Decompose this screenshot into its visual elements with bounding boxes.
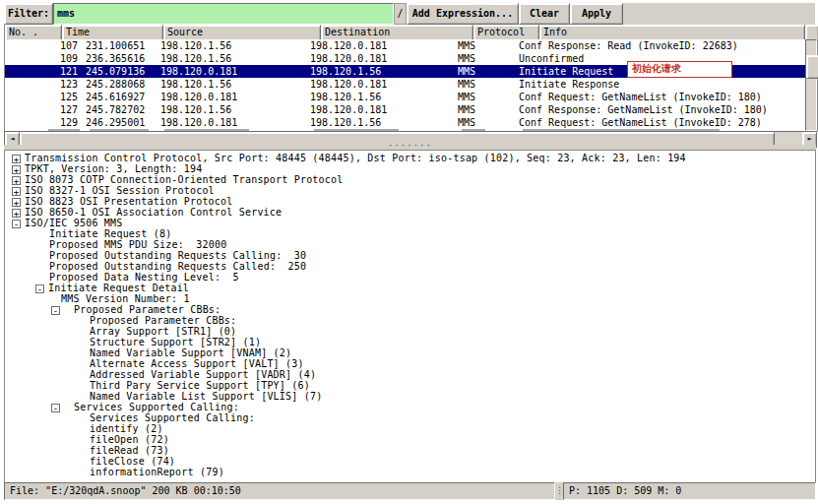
collapse-icon[interactable]: - <box>35 284 44 293</box>
packet-row[interactable]: 127245.782702198.120.1.56198.120.0.181MM… <box>5 103 805 116</box>
cell-src: 198.120.0.181 <box>160 65 310 78</box>
clear-button[interactable]: Clear <box>519 3 570 25</box>
detail-line-text: ISO/IEC 9506 MMS <box>25 218 123 228</box>
detail-tree-line[interactable]: Named Variable List Support [VLIS] (7) <box>5 391 815 402</box>
detail-line-text: informationReport (79) <box>90 467 224 477</box>
collapse-icon[interactable]: - <box>51 404 60 412</box>
detail-tree-line[interactable]: Addressed Variable Support [VADR] (4) <box>5 369 815 380</box>
detail-tree-line[interactable]: informationReport (79) <box>5 467 815 477</box>
collapse-icon[interactable]: - <box>12 220 21 228</box>
cell-proto: MMS <box>458 39 519 52</box>
detail-line-text: MMS Version Number: 1 <box>61 293 190 304</box>
packet-list-vertical-scrollbar[interactable] <box>805 39 817 131</box>
expand-icon[interactable]: + <box>12 187 21 196</box>
detail-line-text: Addressed Variable Support [VADR] (4) <box>90 369 316 380</box>
detail-tree-line[interactable]: Services Supported Calling: <box>5 412 815 423</box>
detail-tree-line[interactable]: Proposed Outstanding Requests Called: 25… <box>5 261 815 272</box>
packet-row[interactable]: 123245.288068198.120.1.56198.120.0.181MM… <box>5 78 805 91</box>
detail-tree-line[interactable]: +ISO 8650-1 OSI Association Control Serv… <box>5 207 815 218</box>
packet-row[interactable]: 107231.100651198.120.1.56198.120.0.181MM… <box>5 39 805 52</box>
cell-info: Conf Request: GetNameList (InvokeID: 180… <box>519 91 805 103</box>
packet-row[interactable]: 129246.295001198.120.0.181198.120.1.56MM… <box>5 116 805 129</box>
packet-list-pane: No. . Time Source Destination Protocol I… <box>4 25 818 131</box>
cell-info: Conf Response: GetNameList (InvokeID: 18… <box>519 103 805 116</box>
detail-line-text: fileRead (73) <box>90 445 169 456</box>
detail-line-text: ISO 8823 OSI Presentation Protocol <box>25 196 233 207</box>
status-file-info: File: "E:/320qdA.snoop" 200 KB 00:10:50 <box>4 482 555 500</box>
filter-toolbar: Filter: mms / Add Expression... Clear Ap… <box>4 3 815 25</box>
filter-input[interactable]: mms <box>53 3 394 25</box>
collapse-icon[interactable]: - <box>51 306 60 315</box>
detail-tree-line[interactable]: -ISO/IEC 9506 MMS <box>5 218 815 228</box>
detail-tree-line[interactable]: Proposed Outstanding Requests Calling: 3… <box>5 250 815 261</box>
detail-tree-line[interactable]: fileClose (74) <box>5 456 815 467</box>
packet-analyzer-window: Filter: mms / Add Expression... Clear Ap… <box>0 0 818 504</box>
expand-icon[interactable]: + <box>12 209 21 218</box>
detail-line-text: ISO 8650-1 OSI Association Control Servi… <box>25 207 282 218</box>
detail-tree-line[interactable]: identify (2) <box>5 423 815 434</box>
detail-line-text: Initiate Request Detail <box>48 283 189 293</box>
statusbar-resize-grip[interactable]: ⋮ <box>555 482 563 500</box>
detail-tree-line[interactable]: -Services Supported Calling: <box>5 402 815 412</box>
detail-tree-line[interactable]: Proposed Parameter CBBs: <box>5 315 815 326</box>
expand-icon[interactable]: + <box>12 198 21 207</box>
cell-time: 236.365616 <box>78 52 160 65</box>
detail-tree-line[interactable]: fileRead (73) <box>5 445 815 456</box>
cell-time: 231.100651 <box>78 39 160 52</box>
cell-info: Conf Request: GetNameList (InvokeID: 278… <box>519 116 805 129</box>
detail-line-text: Services Supported Calling: <box>90 412 255 423</box>
expand-icon[interactable]: + <box>12 155 21 163</box>
cell-dst: 198.120.0.181 <box>310 52 458 65</box>
detail-line-text: Named Variable Support [VNAM] (2) <box>90 347 291 358</box>
vertical-scrollbar-thumb[interactable] <box>806 55 818 79</box>
detail-tree: +Transmission Control Protocol, Src Port… <box>5 153 815 477</box>
detail-tree-line[interactable]: +ISO 8073 COTP Connection-Oriented Trans… <box>5 174 815 185</box>
cell-dst: 198.120.1.56 <box>310 65 458 78</box>
cell-time: 245.288068 <box>78 78 160 91</box>
packet-list-header: No. . Time Source Destination Protocol I… <box>5 25 805 39</box>
detail-tree-line[interactable]: +Transmission Control Protocol, Src Port… <box>5 153 815 163</box>
cell-src: 198.120.1.56 <box>160 52 310 65</box>
packet-detail-pane: +Transmission Control Protocol, Src Port… <box>4 150 816 483</box>
cell-info: Initiate Response <box>519 78 805 91</box>
annotation-callout: 初始化请求 <box>627 61 732 78</box>
detail-tree-line[interactable]: -Initiate Request Detail <box>5 283 815 293</box>
detail-tree-line[interactable]: MMS Version Number: 1 <box>5 293 815 304</box>
filter-button[interactable]: Filter: <box>4 3 53 25</box>
horizontal-scrollbar-track[interactable] <box>775 132 802 146</box>
status-bar: File: "E:/320qdA.snoop" 200 KB 00:10:50 … <box>4 482 816 500</box>
status-packet-counts: P: 1105 D: 509 M: 0 <box>563 482 816 500</box>
detail-line-text: Named Variable List Support [VLIS] (7) <box>90 391 322 402</box>
detail-line-text: Proposed Outstanding Requests Called: 25… <box>49 261 306 272</box>
expand-icon[interactable]: + <box>12 176 21 185</box>
detail-line-text: Proposed Outstanding Requests Calling: 3… <box>49 250 306 261</box>
detail-line-text: Proposed Parameter CBBs: <box>74 304 220 315</box>
detail-line-text: fileClose (74) <box>90 456 175 467</box>
add-expression-button[interactable]: Add Expression... <box>407 3 519 25</box>
detail-tree-line[interactable]: Third Pary Service Support [TPY] (6) <box>5 380 815 391</box>
detail-line-text: identify (2) <box>90 423 163 434</box>
filter-combo-dropdown-icon[interactable]: / <box>394 3 407 25</box>
detail-tree-line[interactable]: fileOpen (72) <box>5 434 815 445</box>
detail-line-text: Proposed Parameter CBBs: <box>90 315 236 326</box>
cell-time: 245.616927 <box>78 91 160 103</box>
detail-line-text: fileOpen (72) <box>90 434 169 445</box>
detail-line-text: Alternate Access Support [VALT] (3) <box>90 358 304 369</box>
detail-tree-line[interactable]: Proposed MMS PDU Size: 32000 <box>5 239 815 250</box>
toolbar-filler <box>623 3 815 25</box>
detail-tree-line[interactable]: Proposed Data Nesting Level: 5 <box>5 272 815 283</box>
expand-icon[interactable]: + <box>12 165 21 174</box>
detail-tree-line[interactable]: +TPKT, Version: 3, Length: 194 <box>5 163 815 174</box>
detail-tree-line[interactable]: Initiate Request (8) <box>5 228 815 239</box>
detail-tree-line[interactable]: +ISO 8327-1 OSI Session Protocol <box>5 185 815 196</box>
cell-no: 125 <box>5 91 78 103</box>
detail-tree-line[interactable]: -Proposed Parameter CBBs: <box>5 304 815 315</box>
apply-button[interactable]: Apply <box>570 3 623 25</box>
packet-row[interactable]: 125245.616927198.120.0.181198.120.1.56MM… <box>5 91 805 103</box>
detail-tree-line[interactable]: +ISO 8823 OSI Presentation Protocol <box>5 196 815 207</box>
detail-tree-line[interactable]: Structure Support [STR2] (1) <box>5 337 815 347</box>
detail-tree-line[interactable]: Named Variable Support [VNAM] (2) <box>5 347 815 358</box>
detail-tree-line[interactable]: Array Support [STR1] (0) <box>5 326 815 337</box>
detail-line-text: Proposed MMS PDU Size: 32000 <box>49 239 226 250</box>
detail-tree-line[interactable]: Alternate Access Support [VALT] (3) <box>5 358 815 369</box>
